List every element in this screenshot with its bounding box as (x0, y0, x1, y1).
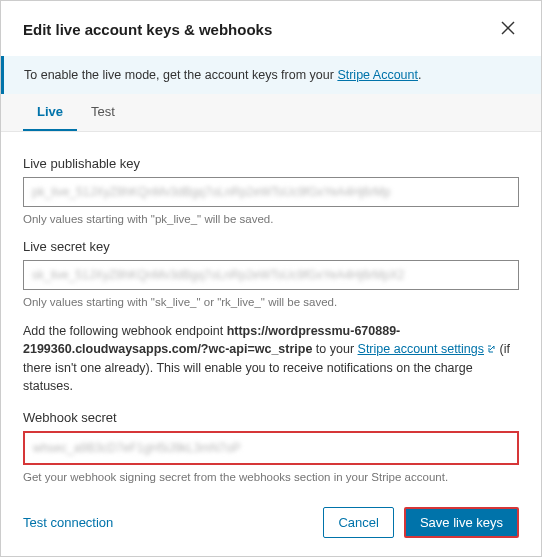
cancel-button[interactable]: Cancel (323, 507, 393, 538)
footer-actions: Cancel Save live keys (323, 507, 519, 538)
close-button[interactable] (497, 15, 519, 44)
stripe-account-link[interactable]: Stripe Account (337, 68, 418, 82)
webhook-secret-input[interactable]: whsec_a9B3cD7eF1gH5iJ9kL3mN7oP (23, 431, 519, 465)
info-banner: To enable the live mode, get the account… (1, 56, 541, 94)
modal: Edit live account keys & webhooks To ena… (0, 0, 542, 557)
publishable-key-input[interactable]: pk_live_51JXyZ8hKQnMv3dBgq7oLnRp2eWTsUc9… (23, 177, 519, 207)
webhook-secret-label: Webhook secret (23, 410, 519, 425)
secret-key-input[interactable]: sk_live_51JXyZ8hKQnMv3dBgq7oLnRp2eWTsUc9… (23, 260, 519, 290)
tab-test[interactable]: Test (77, 94, 129, 131)
modal-title: Edit live account keys & webhooks (23, 21, 272, 38)
secret-key-hint: Only values starting with "sk_live_" or … (23, 296, 519, 308)
secret-key-label: Live secret key (23, 239, 519, 254)
test-connection-link[interactable]: Test connection (23, 515, 113, 530)
webhook-secret-hint: Get your webhook signing secret from the… (23, 471, 519, 483)
modal-body: Live publishable key pk_live_51JXyZ8hKQn… (1, 132, 541, 493)
webhook-instructions: Add the following webhook endpoint https… (23, 322, 519, 396)
publishable-key-label: Live publishable key (23, 156, 519, 171)
publishable-key-hint: Only values starting with "pk_live_" wil… (23, 213, 519, 225)
stripe-settings-link[interactable]: Stripe account settings (358, 342, 484, 356)
tabs: Live Test (1, 94, 541, 132)
tab-live[interactable]: Live (23, 94, 77, 131)
modal-footer: Test connection Cancel Save live keys (1, 493, 541, 556)
save-button[interactable]: Save live keys (404, 507, 519, 538)
close-icon (501, 19, 515, 39)
modal-header: Edit live account keys & webhooks (1, 1, 541, 56)
external-link-icon (486, 341, 496, 359)
